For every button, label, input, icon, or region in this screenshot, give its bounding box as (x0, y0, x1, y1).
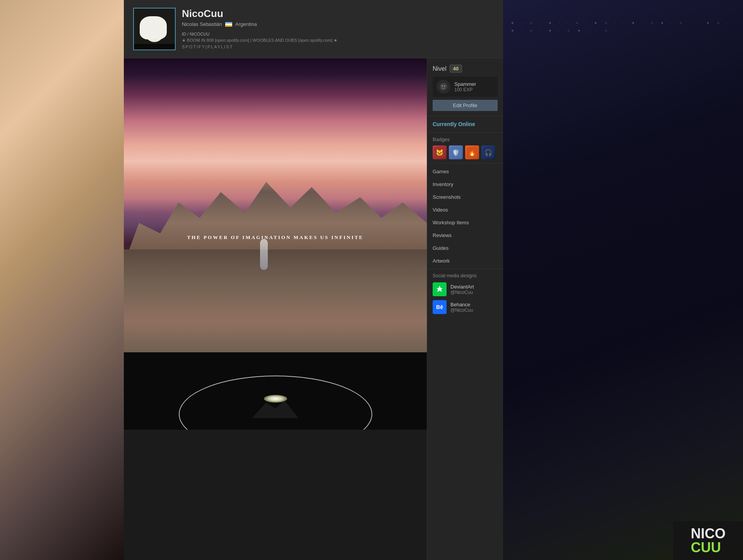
nav-videos[interactable]: Videos (427, 203, 503, 216)
edit-profile-button[interactable]: Edit Profile (433, 100, 498, 111)
background-right (503, 0, 743, 560)
spotify-links: ID / NICOCUU (182, 32, 494, 36)
spotify-playlist: SPOTIFY|PLAYLIST (182, 44, 494, 49)
logo-corner: NICO CUU (673, 521, 743, 560)
svg-point-6 (156, 24, 162, 31)
svg-point-8 (156, 25, 161, 31)
svg-point-16 (444, 85, 445, 87)
behance-name: Behance (450, 302, 473, 307)
realname: Nicolas Sebastián (182, 21, 222, 27)
online-text: Currently Online (433, 121, 475, 127)
profile-name: NicoCuu (182, 8, 494, 20)
nivel-label: Nivel (433, 65, 447, 72)
waterfall (260, 239, 268, 270)
svg-point-10 (158, 26, 161, 30)
behance-icon: Bē (433, 300, 447, 314)
right-panel: Nivel 40 Spammer 100 EXP (427, 58, 503, 560)
svg-point-15 (442, 85, 443, 87)
badges-label: Badges (433, 137, 498, 142)
avatar-art (134, 9, 175, 50)
xp-value: 100 EXP (454, 87, 476, 92)
profile-header: NicoCuu Nicolas Sebastián Argentina ID /… (124, 0, 503, 58)
nav-screenshots[interactable]: Screenshots (427, 191, 503, 203)
badge-shield[interactable]: 🛡️ (449, 145, 463, 159)
nav-section: Games Inventory Screenshots Videos Works… (427, 164, 503, 269)
badges-row: 🐱 🛡️ 🔥 (433, 145, 498, 159)
svg-point-11 (150, 26, 151, 28)
logo-cuu: CUU (691, 541, 726, 555)
background-left (0, 0, 124, 560)
xp-info: Spammer 100 EXP (454, 81, 476, 92)
nivel-badge: 40 (450, 65, 462, 73)
svg-point-14 (440, 83, 447, 90)
nav-reviews[interactable]: Reviews (427, 229, 503, 242)
deviantart-link[interactable]: DeviantArt @NicoCuu (433, 282, 498, 296)
xp-item: Spammer 100 EXP (433, 77, 498, 97)
badge-fire[interactable]: 🔥 (465, 145, 479, 159)
avatar-svg (134, 8, 175, 50)
badge-cat-drive[interactable]: 🐱 (433, 145, 447, 159)
behance-link[interactable]: Bē Behance @NicoCuu (433, 300, 498, 314)
social-section: Social media designs DeviantArt @NicoCuu… (427, 269, 503, 322)
deviantart-name: DeviantArt (450, 284, 474, 290)
svg-text:🔥: 🔥 (468, 149, 476, 156)
artwork-caption: THE POWER OF IMAGINATION MAKES US INFINI… (124, 234, 427, 241)
nav-guides[interactable]: Guides (427, 242, 503, 254)
nivel-section: Nivel 40 Spammer 100 EXP (427, 58, 503, 116)
avatar (133, 8, 176, 50)
svg-point-1 (140, 9, 168, 30)
shield-svg: 🛡️ (450, 147, 461, 158)
online-status: Currently Online (427, 116, 503, 133)
nav-artwork[interactable]: Artwork (427, 254, 503, 267)
planet-glow (264, 395, 287, 403)
behance-handle: @NicoCuu (450, 307, 473, 313)
logo-nico: NICO (691, 526, 726, 541)
main-content: THE POWER OF IMAGINATION MAKES US INFINI… (124, 58, 427, 560)
svg-rect-3 (138, 16, 145, 38)
svg-point-12 (159, 26, 161, 28)
nivel-header: Nivel 40 (433, 65, 498, 73)
deviantart-icon (433, 282, 447, 296)
planet-art (124, 352, 427, 430)
country: Argentina (235, 21, 257, 27)
svg-point-7 (147, 25, 152, 31)
planet-arc (179, 376, 372, 430)
cat-drive-svg: 🐱 (434, 147, 445, 158)
svg-point-5 (147, 24, 153, 31)
deviantart-handle: @NicoCuu (450, 290, 474, 295)
profile-subname: Nicolas Sebastián Argentina (182, 21, 494, 27)
svg-rect-4 (164, 16, 171, 38)
badges-section: Badges 🐱 🛡️ (427, 133, 503, 164)
nav-games[interactable]: Games (427, 165, 503, 178)
headset-svg: 🎧 (483, 147, 494, 158)
svg-text:🐱: 🐱 (436, 149, 443, 156)
svg-point-2 (144, 18, 165, 42)
svg-point-9 (149, 26, 152, 30)
flag-icon (225, 22, 232, 27)
behance-info: Behance @NicoCuu (450, 302, 473, 313)
content-area: THE POWER OF IMAGINATION MAKES US INFINI… (124, 58, 503, 560)
spotify-links-2: ★ BOOM IN 808 [open.spotify.com] | WOOBL… (182, 38, 494, 43)
logo-text: NICO CUU (691, 527, 726, 555)
svg-rect-13 (134, 44, 175, 50)
ground-layer (124, 249, 427, 352)
svg-text:🛡️: 🛡️ (452, 149, 460, 156)
profile-info: NicoCuu Nicolas Sebastián Argentina ID /… (182, 8, 494, 49)
xp-name: Spammer (454, 81, 476, 87)
nav-workshop-items[interactable]: Workshop Items (427, 216, 503, 229)
deviantart-info: DeviantArt @NicoCuu (450, 284, 474, 295)
artwork-showcase: THE POWER OF IMAGINATION MAKES US INFINI… (124, 58, 427, 352)
social-label: Social media designs (433, 273, 498, 278)
badge-headset[interactable]: 🎧 (481, 145, 495, 159)
nav-inventory[interactable]: Inventory (427, 178, 503, 191)
spammer-icon (439, 82, 448, 91)
svg-text:🎧: 🎧 (484, 149, 492, 156)
xp-icon (437, 80, 450, 94)
deviantart-svg (435, 285, 444, 294)
main-container: NicoCuu Nicolas Sebastián Argentina ID /… (124, 0, 503, 560)
fire-svg: 🔥 (467, 147, 478, 158)
